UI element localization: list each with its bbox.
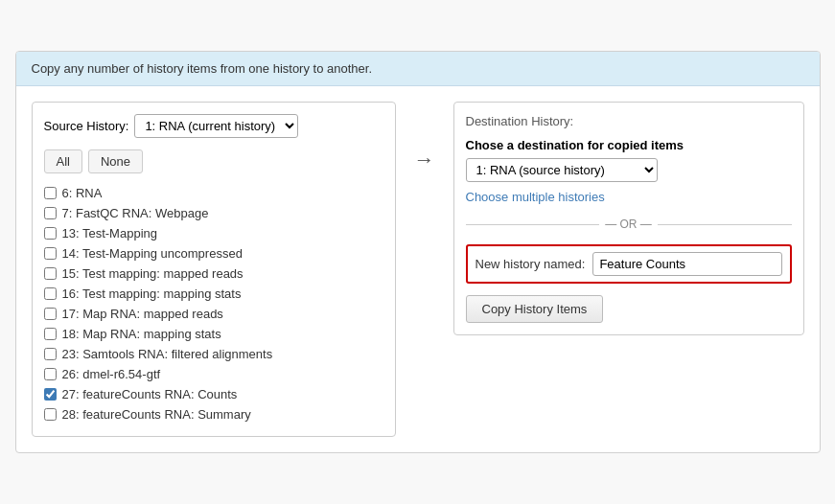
history-item-label: 28: featureCounts RNA: Summary <box>62 407 251 422</box>
history-item-checkbox[interactable] <box>44 287 57 300</box>
history-item-label: 14: Test-Mapping uncompressed <box>62 246 243 261</box>
history-item-checkbox[interactable] <box>44 408 57 421</box>
all-button[interactable]: All <box>44 149 82 173</box>
source-history-select[interactable]: 1: RNA (current history) <box>134 114 298 138</box>
list-item: 26: dmel-r6.54-gtf <box>44 364 383 384</box>
history-item-label: 27: featureCounts RNA: Counts <box>62 387 238 401</box>
history-item-label: 17: Map RNA: mapped reads <box>62 307 223 321</box>
history-item-checkbox[interactable] <box>44 187 57 199</box>
info-banner: Copy any number of history items from on… <box>16 52 820 86</box>
arrow-icon: → <box>414 148 435 172</box>
new-history-row: New history named: <box>466 244 792 284</box>
new-history-label: New history named: <box>475 257 586 271</box>
list-item: 23: Samtools RNA: filtered alignments <box>44 344 383 364</box>
source-history-row: Source History: 1: RNA (current history) <box>44 114 383 138</box>
list-item: 14: Test-Mapping uncompressed <box>44 243 383 263</box>
list-item: 27: featureCounts RNA: Counts <box>44 384 383 404</box>
history-item-checkbox[interactable] <box>44 267 57 280</box>
info-text: Copy any number of history items from on… <box>32 61 373 76</box>
list-item: 18: Map RNA: mapping stats <box>44 324 383 344</box>
list-item: 7: FastQC RNA: Webpage <box>44 203 383 223</box>
history-item-checkbox[interactable] <box>44 308 57 320</box>
history-item-checkbox[interactable] <box>44 207 57 219</box>
list-item: 13: Test-Mapping <box>44 223 383 243</box>
copy-history-items-button[interactable]: Copy History Items <box>466 295 604 323</box>
or-divider: — OR — <box>466 218 792 231</box>
history-item-label: 7: FastQC RNA: Webpage <box>62 206 209 220</box>
history-item-checkbox[interactable] <box>44 227 57 240</box>
history-item-label: 23: Samtools RNA: filtered alignments <box>62 347 273 361</box>
copy-history-dialog: Copy any number of history items from on… <box>15 51 821 453</box>
list-item: 15: Test mapping: mapped reads <box>44 263 383 284</box>
history-item-label: 26: dmel-r6.54-gtf <box>62 367 161 381</box>
history-item-checkbox[interactable] <box>44 247 57 260</box>
history-item-label: 13: Test-Mapping <box>62 226 158 241</box>
history-item-label: 18: Map RNA: mapping stats <box>62 327 221 341</box>
history-item-checkbox[interactable] <box>44 368 57 380</box>
choose-multiple-link[interactable]: Choose multiple histories <box>466 190 605 204</box>
dest-history-select[interactable]: 1: RNA (source history) <box>466 158 658 182</box>
right-panel: Destination History: Chose a destination… <box>453 102 804 335</box>
chose-dest-label: Chose a destination for copied items <box>466 138 792 152</box>
none-button[interactable]: None <box>88 149 143 173</box>
all-none-row: All None <box>44 149 383 173</box>
history-items-list: 6: RNA7: FastQC RNA: Webpage13: Test-Map… <box>44 183 383 424</box>
list-item: 28: featureCounts RNA: Summary <box>44 404 383 424</box>
dest-history-label: Destination History: <box>466 114 792 128</box>
history-item-checkbox[interactable] <box>44 348 57 360</box>
left-panel: Source History: 1: RNA (current history)… <box>32 102 396 437</box>
or-text: — OR — <box>605 218 652 231</box>
list-item: 17: Map RNA: mapped reads <box>44 304 383 324</box>
history-item-checkbox[interactable] <box>44 328 57 340</box>
list-item: 6: RNA <box>44 183 383 203</box>
history-item-label: 6: RNA <box>62 186 103 200</box>
history-item-label: 15: Test mapping: mapped reads <box>62 266 244 281</box>
arrow-col: → <box>396 102 453 172</box>
history-item-checkbox[interactable] <box>44 388 57 401</box>
history-item-label: 16: Test mapping: mapping stats <box>62 286 242 301</box>
new-history-input[interactable] <box>592 252 781 276</box>
main-content: Source History: 1: RNA (current history)… <box>16 86 820 452</box>
source-history-label: Source History: <box>44 119 129 133</box>
list-item: 16: Test mapping: mapping stats <box>44 284 383 304</box>
